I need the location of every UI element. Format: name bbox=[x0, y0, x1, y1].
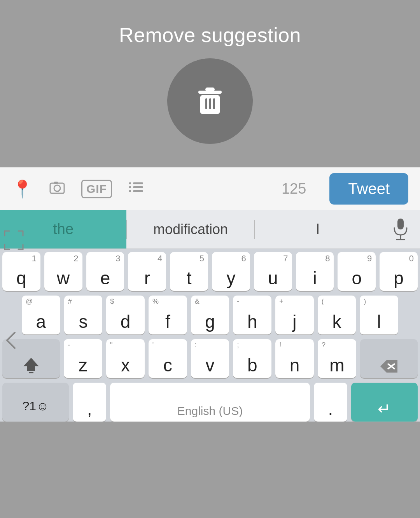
svg-rect-5 bbox=[213, 98, 215, 109]
keyboard-area: the modification l 1q 2w 3e 4r 5t 6y bbox=[0, 210, 420, 422]
key-row-2: @a #s $d %f &g -h +j (k )l bbox=[2, 296, 418, 334]
key-m[interactable]: ?m bbox=[318, 339, 356, 378]
trash-icon bbox=[192, 84, 228, 119]
key-row-1: 1q 2w 3e 4r 5t 6y 7u 8i 9o 0p bbox=[2, 252, 418, 291]
key-o[interactable]: 9o bbox=[338, 252, 376, 291]
key-z[interactable]: -z bbox=[64, 339, 102, 378]
svg-rect-14 bbox=[133, 190, 143, 192]
key-e[interactable]: 3e bbox=[86, 252, 124, 291]
key-k[interactable]: (k bbox=[318, 296, 356, 334]
key-p[interactable]: 0p bbox=[380, 252, 418, 291]
svg-marker-18 bbox=[23, 358, 39, 371]
period-key[interactable]: . bbox=[314, 383, 347, 422]
key-c[interactable]: 'c bbox=[149, 339, 187, 378]
key-j[interactable]: +j bbox=[275, 296, 314, 334]
camera-icon[interactable] bbox=[49, 178, 66, 200]
key-v[interactable]: :v bbox=[191, 339, 229, 378]
key-y[interactable]: 6y bbox=[212, 252, 250, 291]
location-icon[interactable]: 📍 bbox=[12, 179, 33, 199]
trash-icon-circle[interactable] bbox=[167, 58, 253, 144]
svg-rect-11 bbox=[129, 186, 131, 188]
symbols-key[interactable]: ?1☺ bbox=[2, 383, 69, 422]
svg-rect-19 bbox=[29, 372, 33, 373]
key-n[interactable]: !n bbox=[275, 339, 314, 378]
key-r[interactable]: 4r bbox=[128, 252, 166, 291]
backspace-key[interactable] bbox=[360, 339, 418, 378]
key-b[interactable]: ;b bbox=[233, 339, 271, 378]
remove-suggestion-panel: Remove suggestion bbox=[0, 0, 420, 167]
svg-rect-1 bbox=[205, 88, 215, 91]
list-icon[interactable] bbox=[128, 178, 145, 200]
key-a[interactable]: @a bbox=[22, 296, 60, 334]
svg-rect-9 bbox=[129, 182, 131, 184]
back-arrow-icon[interactable] bbox=[3, 329, 24, 356]
left-side-panel bbox=[0, 229, 24, 356]
svg-rect-4 bbox=[209, 98, 211, 109]
mic-button[interactable] bbox=[381, 218, 420, 241]
svg-rect-10 bbox=[133, 182, 143, 184]
key-t[interactable]: 5t bbox=[170, 252, 208, 291]
key-x[interactable]: "x bbox=[106, 339, 145, 378]
key-h[interactable]: -h bbox=[233, 296, 271, 334]
comma-key[interactable]: , bbox=[73, 383, 106, 422]
key-row-bottom: ?1☺ , English (US) . ↵ bbox=[2, 383, 418, 422]
svg-rect-8 bbox=[54, 182, 58, 184]
enter-key[interactable]: ↵ bbox=[351, 383, 418, 422]
key-w[interactable]: 2w bbox=[44, 252, 82, 291]
svg-rect-3 bbox=[205, 98, 207, 109]
key-l[interactable]: )l bbox=[360, 296, 398, 334]
svg-rect-13 bbox=[129, 190, 131, 192]
suggestion-modification[interactable]: modification bbox=[127, 210, 254, 248]
svg-point-7 bbox=[54, 185, 60, 191]
dialog-title: Remove suggestion bbox=[119, 23, 301, 47]
key-f[interactable]: %f bbox=[149, 296, 187, 334]
suggestion-l[interactable]: l bbox=[255, 210, 381, 248]
tweet-button[interactable]: Tweet bbox=[329, 173, 408, 205]
expand-icon[interactable] bbox=[3, 229, 24, 251]
key-u[interactable]: 7u bbox=[254, 252, 292, 291]
key-g[interactable]: &g bbox=[191, 296, 229, 334]
keyboard-keys: 1q 2w 3e 4r 5t 6y 7u 8i 9o 0p @a #s $d %… bbox=[0, 249, 420, 422]
gif-button[interactable]: GIF bbox=[81, 180, 112, 198]
svg-rect-12 bbox=[133, 186, 143, 188]
key-d[interactable]: $d bbox=[106, 296, 145, 334]
suggestions-row: the modification l bbox=[0, 210, 420, 249]
character-count: 125 bbox=[282, 180, 306, 197]
key-s[interactable]: #s bbox=[64, 296, 103, 334]
space-key[interactable]: English (US) bbox=[110, 383, 310, 422]
tweet-toolbar: 📍 GIF 125 Tweet bbox=[0, 167, 420, 210]
key-row-3: -z "x 'c :v ;b !n ?m bbox=[2, 339, 418, 378]
svg-rect-15 bbox=[397, 219, 404, 229]
key-i[interactable]: 8i bbox=[296, 252, 334, 291]
